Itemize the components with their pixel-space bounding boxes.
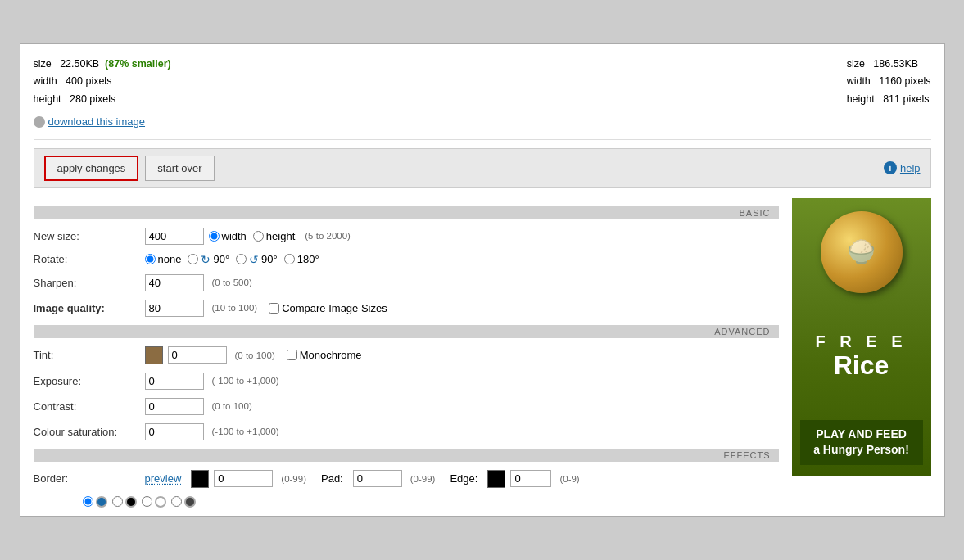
right-size-row: size 186.53KB xyxy=(847,56,931,73)
main-content: BASIC New size: width height (5 to 2000) xyxy=(34,198,931,508)
right-height-value: 811 pixels xyxy=(883,93,929,105)
quality-row: Image quality: (10 to 100) Compare Image… xyxy=(34,300,779,317)
color-black-radio[interactable] xyxy=(112,496,123,507)
toolbar: apply changes start over i help xyxy=(34,148,931,188)
width-radio-label[interactable]: width xyxy=(209,230,247,242)
sharpen-row: Sharpen: (0 to 500) xyxy=(34,274,779,291)
exposure-hint: (-100 to +1,000) xyxy=(212,376,279,386)
saturation-label: Colour saturation: xyxy=(34,426,140,438)
size-highlight: (87% smaller) xyxy=(105,58,171,70)
compare-checkbox-label[interactable]: Compare Image Sizes xyxy=(269,302,387,314)
form-area: BASIC New size: width height (5 to 2000) xyxy=(34,198,779,508)
pad-label: Pad: xyxy=(321,472,343,485)
color-darkgray-radio[interactable] xyxy=(171,496,182,507)
ad-coin-symbol: 🍚 xyxy=(847,238,876,265)
new-size-input[interactable] xyxy=(145,228,204,245)
ad-area: 🍚 F R E E Rice PLAY AND FEEDa Hungry Per… xyxy=(792,198,931,508)
edge-label: Edge: xyxy=(450,472,477,485)
color-blue-radio[interactable] xyxy=(83,496,93,507)
main-container: size 22.50KB (87% smaller) width 400 pix… xyxy=(20,43,945,517)
tint-hint: (0 to 100) xyxy=(235,350,275,360)
saturation-row: Colour saturation: (-100 to +1,000) xyxy=(34,423,779,440)
height-radio-label[interactable]: height xyxy=(253,230,295,242)
rotate-180-label[interactable]: 180° xyxy=(284,253,319,265)
color-blue-dot xyxy=(96,496,107,508)
start-over-button[interactable]: start over xyxy=(145,156,214,181)
advanced-section-divider: ADVANCED xyxy=(34,325,779,338)
rotate-none-radio[interactable] xyxy=(145,254,156,264)
tint-color-swatch[interactable] xyxy=(145,346,163,364)
color-blue-label[interactable] xyxy=(83,496,107,508)
pad-input[interactable] xyxy=(353,470,402,487)
rotate-radio-group: none ↻ 90° ↺ 90° 180° xyxy=(145,253,319,266)
rotate-180-radio[interactable] xyxy=(284,254,295,264)
left-height-row: height 280 pixels xyxy=(34,91,171,108)
download-link[interactable]: download this image xyxy=(34,113,171,131)
height-radio[interactable] xyxy=(253,231,264,242)
rotate-row: Rotate: none ↻ 90° ↺ 90° xyxy=(34,253,779,266)
apply-changes-button[interactable]: apply changes xyxy=(44,156,139,181)
ad-rice-text: Rice xyxy=(815,350,907,381)
download-icon xyxy=(34,116,45,128)
saturation-input[interactable] xyxy=(145,423,204,440)
edge-color-swatch[interactable] xyxy=(487,470,505,488)
monochrome-checkbox-label[interactable]: Monochrome xyxy=(287,349,362,361)
quality-label: Image quality: xyxy=(34,302,140,314)
right-info: size 186.53KB width 1160 pixels height 8… xyxy=(847,56,931,131)
left-width-row: width 400 pixels xyxy=(34,73,171,90)
left-size-label: size xyxy=(34,58,52,70)
exposure-input[interactable] xyxy=(145,373,204,390)
rotate-ccw-label[interactable]: ↺ 90° xyxy=(236,253,278,266)
left-size-value: 22.50KB xyxy=(60,58,99,70)
left-width-label: width xyxy=(34,75,57,87)
size-radio-group: width height (5 to 2000) xyxy=(209,230,351,242)
basic-section-divider: BASIC xyxy=(34,206,779,219)
border-preview-link[interactable]: preview xyxy=(145,472,182,485)
color-darkgray-dot xyxy=(184,496,196,508)
border-label: Border: xyxy=(34,472,140,485)
color-white-label[interactable] xyxy=(142,496,166,508)
tint-input[interactable] xyxy=(168,346,227,364)
rotate-cw-radio[interactable] xyxy=(188,254,198,264)
color-white-dot xyxy=(155,496,166,508)
edge-input[interactable] xyxy=(510,470,551,487)
right-size-label: size xyxy=(847,58,865,70)
width-radio[interactable] xyxy=(209,231,220,242)
tint-label: Tint: xyxy=(34,349,140,361)
left-height-value: 280 pixels xyxy=(70,93,115,105)
monochrome-checkbox[interactable] xyxy=(287,350,297,360)
sharpen-label: Sharpen: xyxy=(34,277,140,289)
ad-free-text: F R E E xyxy=(815,332,907,350)
pad-hint: (0-99) xyxy=(410,474,436,484)
new-size-label: New size: xyxy=(34,230,140,242)
color-darkgray-label[interactable] xyxy=(171,496,196,508)
ad-bottom-text: PLAY AND FEEDa Hungry Person! xyxy=(800,420,923,465)
rotate-cw-label[interactable]: ↻ 90° xyxy=(188,253,229,266)
ad-banner[interactable]: 🍚 F R E E Rice PLAY AND FEEDa Hungry Per… xyxy=(792,198,931,476)
edge-hint: (0-9) xyxy=(559,474,579,484)
saturation-hint: (-100 to +1,000) xyxy=(212,427,279,436)
rotate-none-label[interactable]: none xyxy=(145,253,182,265)
ad-coin-image: 🍚 xyxy=(821,211,903,293)
tint-row: Tint: (0 to 100) Monochrome xyxy=(34,346,779,364)
rotate-ccw-radio[interactable] xyxy=(236,254,247,264)
help-link[interactable]: i help xyxy=(884,161,921,174)
top-info-section: size 22.50KB (87% smaller) width 400 pix… xyxy=(34,56,931,140)
color-black-label[interactable] xyxy=(112,496,137,508)
quality-input[interactable] xyxy=(145,300,204,317)
compare-checkbox[interactable] xyxy=(269,303,279,314)
contrast-label: Contrast: xyxy=(34,400,140,413)
right-width-label: width xyxy=(847,75,871,87)
contrast-row: Contrast: (0 to 100) xyxy=(34,398,779,415)
help-icon: i xyxy=(884,161,897,174)
border-input[interactable] xyxy=(214,470,273,487)
border-row: Border: preview (0-99) Pad: (0-99) Edge:… xyxy=(34,470,779,488)
toolbar-left: apply changes start over xyxy=(44,156,215,181)
color-radio-row xyxy=(83,496,779,508)
contrast-input[interactable] xyxy=(145,398,204,415)
exposure-row: Exposure: (-100 to +1,000) xyxy=(34,373,779,390)
sharpen-input[interactable] xyxy=(145,274,204,291)
contrast-hint: (0 to 100) xyxy=(212,401,252,411)
border-color-swatch[interactable] xyxy=(191,470,209,488)
color-white-radio[interactable] xyxy=(142,496,152,507)
